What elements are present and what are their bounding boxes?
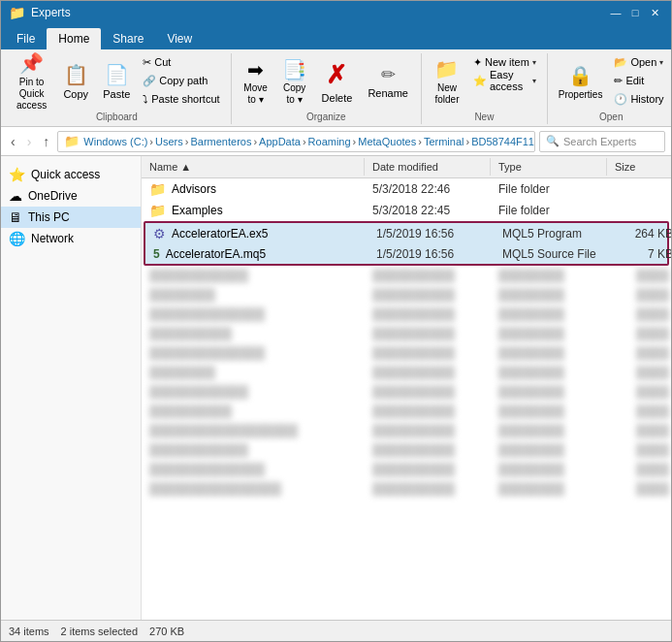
col-header-name[interactable]: Name ▲: [142, 158, 365, 176]
table-row[interactable]: ████████ ██████████ ████████ ████: [142, 363, 671, 382]
table-row[interactable]: ██████████████ ██████████ ████████ ████: [142, 305, 671, 324]
path-metaquotes[interactable]: MetaQuotes: [358, 136, 416, 147]
cut-label: Cut: [154, 56, 171, 68]
ribbon-group-organize: ➡ Moveto ▾ 📑 Copyto ▾ ✗ Delete ✏ Rename: [232, 53, 422, 124]
table-row[interactable]: 5 AcceleratorEA.mq5 1/5/2019 16:56 MQL5 …: [145, 244, 667, 264]
delete-button[interactable]: ✗ Delete: [315, 53, 360, 110]
tab-share[interactable]: Share: [101, 28, 155, 49]
paste-shortcut-label: Paste shortcut: [151, 93, 219, 105]
open-label: Open: [630, 56, 656, 68]
sidebar-item-network[interactable]: 🌐 Network: [1, 228, 141, 249]
rename-button[interactable]: ✏ Rename: [361, 53, 415, 110]
ribbon-group-new: 📁 Newfolder ✦ New item ▾ ⭐ Easy access ▾: [422, 53, 548, 124]
title-bar: 📁 Experts — □ ✕: [1, 1, 671, 24]
col-header-size[interactable]: Size: [607, 158, 671, 176]
window-controls: — □ ✕: [607, 4, 663, 21]
table-row[interactable]: 📁 Examples 5/3/2018 22:45 File folder: [142, 200, 671, 221]
copy-icon: 📋: [64, 63, 88, 86]
paste-label: Paste: [103, 88, 130, 100]
new-folder-icon: 📁: [434, 57, 459, 80]
copy-path-icon: 🔗: [143, 75, 156, 87]
history-label: History: [630, 93, 663, 105]
table-row[interactable]: ██████████ ██████████ ████████ ████: [142, 401, 671, 421]
copy-to-button[interactable]: 📑 Copyto ▾: [276, 53, 313, 110]
tab-home[interactable]: Home: [47, 28, 101, 49]
pin-to-quick-access-button[interactable]: 📌 Pin to Quickaccess: [9, 53, 54, 110]
table-row[interactable]: ████████████ ██████████ ████████ ████: [142, 266, 671, 285]
history-icon: 🕐: [614, 93, 627, 106]
path-roaming[interactable]: Roaming: [308, 136, 351, 147]
tab-file[interactable]: File: [5, 28, 47, 49]
address-path[interactable]: 📁 Windows (C:) › Users › Barmenteros › A…: [57, 131, 535, 152]
open-group-label: Open: [554, 112, 669, 122]
table-row[interactable]: ████████████████ ██████████ ████████ ███…: [142, 479, 671, 498]
open-small-stack: 📂 Open ▾ ✏ Edit 🕐 History: [609, 53, 668, 108]
edit-button[interactable]: ✏ Edit: [609, 72, 668, 89]
pin-icon: 📌: [19, 51, 44, 75]
paste-button[interactable]: 📄 Paste: [97, 53, 136, 110]
sidebar-item-quick-access[interactable]: ⭐ Quick access: [1, 164, 141, 185]
easy-access-label: Easy access: [490, 69, 529, 92]
paste-shortcut-button[interactable]: ⤵ Paste shortcut: [138, 90, 224, 108]
window-icon: 📁: [9, 5, 25, 20]
table-row[interactable]: 📁 Advisors 5/3/2018 22:46 File folder: [142, 178, 671, 200]
new-item-arrow: ▾: [532, 58, 536, 67]
path-windows[interactable]: Windows (C:): [83, 136, 147, 147]
sidebar-item-onedrive[interactable]: ☁ OneDrive: [1, 185, 141, 207]
minimize-button[interactable]: —: [607, 4, 624, 21]
table-row[interactable]: ⚙ AcceleratorEA.ex5 1/5/2019 16:56 MQL5 …: [145, 223, 667, 244]
new-folder-button[interactable]: 📁 Newfolder: [428, 53, 466, 110]
explorer-window: 📁 Experts — □ ✕ File Home Share View 📌 P…: [0, 0, 672, 642]
table-row[interactable]: ██████████████ ██████████ ████████ ████: [142, 460, 671, 479]
paste-shortcut-icon: ⤵: [143, 93, 148, 105]
new-buttons: 📁 Newfolder ✦ New item ▾ ⭐ Easy access ▾: [428, 53, 541, 110]
table-row[interactable]: ████████████ ██████████ ████████ ████: [142, 382, 671, 401]
easy-access-button[interactable]: ⭐ Easy access ▾: [468, 72, 541, 89]
sidebar-item-this-pc[interactable]: 🖥 This PC: [1, 207, 141, 228]
table-row[interactable]: ██████████████████ ██████████ ████████ █…: [142, 421, 671, 440]
path-appdata[interactable]: AppData: [259, 136, 301, 147]
quick-access-label: Quick access: [31, 168, 100, 181]
path-terminal[interactable]: Terminal: [424, 136, 464, 147]
table-row[interactable]: ████████ ██████████ ████████ ████: [142, 285, 671, 305]
tab-view[interactable]: View: [155, 28, 204, 49]
table-row[interactable]: ████████████ ██████████ ████████ ████: [142, 440, 671, 460]
new-item-icon: ✦: [473, 56, 482, 69]
rename-label: Rename: [368, 87, 408, 99]
col-header-type[interactable]: Type: [491, 158, 607, 176]
folder-icon: 📁: [149, 203, 166, 218]
search-placeholder: Search Experts: [563, 136, 636, 147]
properties-button[interactable]: 🔒 Properties: [554, 53, 608, 110]
path-barmenteros[interactable]: Barmenteros: [190, 136, 251, 147]
item-count: 34 items: [9, 626, 49, 637]
selected-count: 2 items selected: [61, 626, 138, 637]
cut-button[interactable]: ✂ Cut: [138, 53, 224, 71]
open-buttons: 🔒 Properties 📂 Open ▾ ✏ Edit 🕐: [554, 53, 669, 110]
path-hash[interactable]: BD58744F11282: [471, 136, 535, 147]
network-icon: 🌐: [9, 231, 25, 246]
clipboard-buttons: 📌 Pin to Quickaccess 📋 Copy 📄 Paste ✂: [9, 53, 225, 110]
onedrive-label: OneDrive: [28, 189, 78, 203]
open-button[interactable]: 📂 Open ▾: [609, 53, 668, 71]
path-users[interactable]: Users: [155, 136, 183, 147]
table-row[interactable]: ██████████ ██████████ ████████ ████: [142, 324, 671, 343]
edit-label: Edit: [625, 75, 644, 86]
col-header-date[interactable]: Date modified: [365, 158, 491, 176]
back-button[interactable]: ‹: [7, 132, 19, 151]
clipboard-group-label: Clipboard: [9, 112, 225, 122]
history-button[interactable]: 🕐 History: [609, 90, 668, 108]
close-button[interactable]: ✕: [646, 4, 663, 21]
maximize-button[interactable]: □: [626, 4, 644, 21]
easy-access-arrow: ▾: [532, 77, 536, 85]
table-row[interactable]: ██████████████ ██████████ ████████ ████: [142, 343, 671, 363]
clipboard-small-stack: ✂ Cut 🔗 Copy path ⤵ Paste shortcut: [138, 53, 224, 108]
search-box[interactable]: 🔍 Search Experts: [539, 131, 665, 152]
forward-button[interactable]: ›: [23, 132, 36, 151]
move-to-button[interactable]: ➡ Moveto ▾: [238, 53, 274, 110]
copy-to-label: Copyto ▾: [283, 82, 305, 106]
copy-path-button[interactable]: 🔗 Copy path: [138, 72, 224, 89]
copy-button[interactable]: 📋 Copy: [56, 53, 95, 110]
ribbon-group-clipboard: 📌 Pin to Quickaccess 📋 Copy 📄 Paste ✂: [3, 53, 232, 124]
up-button[interactable]: ↑: [39, 132, 53, 151]
window-title: Experts: [31, 6, 601, 19]
